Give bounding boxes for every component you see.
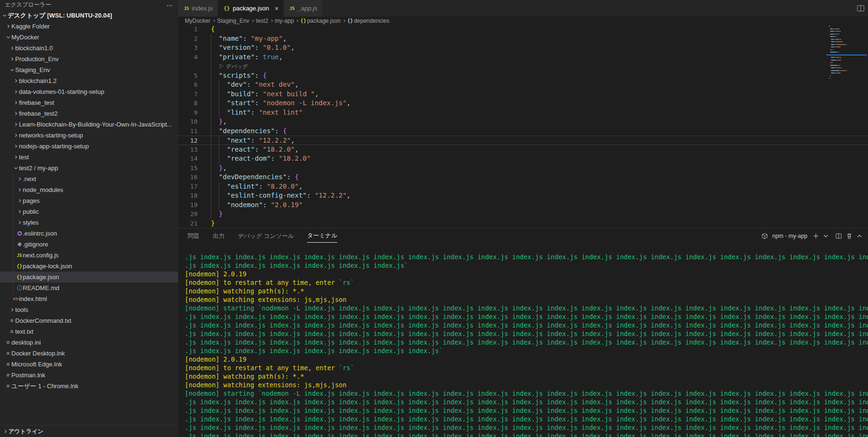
tree-item-package-lock.json[interactable]: {}package-lock.json bbox=[0, 261, 178, 272]
panel-tab-item[interactable]: 問題 bbox=[188, 229, 199, 243]
tree-item-firebase-test2[interactable]: firebase_test2 bbox=[0, 108, 178, 119]
breadcrumb-item[interactable]: Staging_Env bbox=[217, 18, 249, 24]
editor-line-20[interactable]: 20 } bbox=[178, 209, 868, 219]
tree-item-readme.md[interactable]: iREADME.md bbox=[0, 282, 178, 293]
tree-item-docker-desktop.lnk[interactable]: ≡Docker Desktop.lnk bbox=[0, 348, 178, 359]
panel-tab-item[interactable]: デバッグ コンソール bbox=[238, 229, 294, 243]
editor-line-9[interactable]: 9 "lint": "next lint" bbox=[178, 108, 868, 118]
codelens-row[interactable]: ▷ デバッグ bbox=[204, 62, 868, 71]
code-line[interactable]: "version": "0.1.0", bbox=[204, 43, 868, 53]
terminal-session-label[interactable]: npm - my-app bbox=[772, 233, 807, 239]
code-line[interactable]: "scripts": { bbox=[204, 71, 868, 81]
tree-item-.gitignore[interactable]: .gitignore bbox=[0, 239, 178, 250]
tree-item-learn-blockchain-by-building-your-own-in-javascript...[interactable]: Learn-Blockchain-By-Building-Your-Own-In… bbox=[0, 119, 178, 130]
breadcrumb-item[interactable]: test2 bbox=[256, 18, 268, 24]
tree-item-kaggle-folder[interactable]: Kaggle Folder bbox=[0, 21, 178, 32]
editor-line-13[interactable]: 13 "react": "18.2.0", bbox=[178, 145, 868, 155]
editor-line-19[interactable]: 19 "nodemon": "2.0.19" bbox=[178, 200, 868, 210]
breadcrumb-item[interactable]: {}dependencies bbox=[347, 18, 389, 24]
code-line[interactable]: } bbox=[204, 209, 868, 219]
editor-line-17[interactable]: 17 "eslint": "8.20.0", bbox=[178, 182, 868, 191]
terminal-output[interactable]: .js index.js index.js index.js index.js … bbox=[178, 243, 868, 437]
editor-line-7[interactable]: 7 "build": "next build ", bbox=[178, 90, 868, 99]
code-line[interactable]: "private": true, bbox=[204, 53, 868, 62]
tree-item-mydocker[interactable]: MyDocker bbox=[0, 32, 178, 43]
code-line[interactable]: "dependencies": { bbox=[204, 127, 868, 136]
code-line[interactable]: "lint": "next lint" bbox=[204, 108, 868, 118]
code-line[interactable]: { bbox=[204, 25, 868, 34]
tree-item-desktop.ini[interactable]: ≡desktop.ini bbox=[0, 337, 178, 348]
split-pane-icon[interactable] bbox=[835, 233, 842, 239]
code-line[interactable]: }, bbox=[204, 164, 868, 173]
close-icon[interactable]: × bbox=[275, 6, 279, 11]
code-line[interactable]: "next": "12.2.2", bbox=[204, 136, 868, 145]
code-line[interactable]: "eslint-config-next": "12.2.2", bbox=[204, 191, 868, 200]
tree-item--wsl-ubuntu-20.04-[interactable]: デスクトップ [WSL: UBUNTU-20.04] bbox=[0, 10, 178, 21]
tab-package.json[interactable]: {}package.json× bbox=[218, 0, 284, 17]
tree-item-staging-env[interactable]: Staging_Env bbox=[0, 64, 178, 75]
code-line[interactable]: "nodemon": "2.0.19" bbox=[204, 200, 868, 210]
code-line[interactable]: }, bbox=[204, 117, 868, 127]
outline-section[interactable]: アウトライン bbox=[0, 425, 178, 437]
editor-line-10[interactable]: 10 }, bbox=[178, 117, 868, 127]
editor-line-15[interactable]: 15 }, bbox=[178, 164, 868, 173]
tree-item-networks-starting-setup[interactable]: networks-starting-setup bbox=[0, 130, 178, 141]
tree-item-production-env[interactable]: Production_Env bbox=[0, 54, 178, 64]
breadcrumb-item[interactable]: my-app bbox=[275, 18, 294, 24]
code-line[interactable]: "name": "my-app", bbox=[204, 34, 868, 44]
tab--app.js[interactable]: JS_app.js bbox=[284, 0, 323, 17]
editor-line-1[interactable]: 1{ bbox=[178, 25, 868, 34]
more-actions-icon[interactable]: ⋯ bbox=[166, 3, 173, 8]
editor-line-12[interactable]: 12 "next": "12.2.2", bbox=[178, 136, 868, 145]
tree-item-test[interactable]: test bbox=[0, 152, 178, 163]
tree-item-blockchain1.0[interactable]: blockchain1.0 bbox=[0, 43, 178, 54]
tree-item-index.html[interactable]: <>index.html bbox=[0, 293, 178, 304]
panel-tab-terminal-active[interactable]: ターミナル bbox=[307, 229, 337, 243]
tree-item-.next[interactable]: .next bbox=[0, 173, 178, 184]
code-editor[interactable]: 1{2 "name": "my-app",3 "version": "0.1.0… bbox=[178, 25, 868, 228]
tree-item--1---chrome.lnk[interactable]: ≡ユーザー 1 - Chrome.lnk bbox=[0, 381, 178, 391]
code-line[interactable]: } bbox=[204, 219, 868, 228]
editor-line-16[interactable]: 16 "devDependencies": { bbox=[178, 173, 868, 182]
tree-item-next.config.js[interactable]: JSnext.config.js bbox=[0, 250, 178, 261]
tree-item-package.json[interactable]: {}package.json bbox=[0, 272, 178, 282]
tree-item-text.txt[interactable]: ≡text.txt bbox=[0, 326, 178, 337]
debug-codelens[interactable]: ▷ デバッグ bbox=[211, 64, 248, 69]
maximize-chevron-up-icon[interactable] bbox=[857, 234, 862, 238]
new-terminal-plus-icon[interactable] bbox=[813, 233, 819, 239]
tree-item-blockchain1.2[interactable]: blockchain1.2 bbox=[0, 75, 178, 86]
tree-item-nodejs-app-starting-setup[interactable]: nodejs-app-starting-setup bbox=[0, 141, 178, 152]
code-line[interactable]: "eslint": "8.20.0", bbox=[204, 182, 868, 191]
editor-line-4[interactable]: 4 "private": true, bbox=[178, 53, 868, 62]
tree-item-.eslintrc.json[interactable]: .eslintrc.json bbox=[0, 228, 178, 239]
editor-line-6[interactable]: 6 "dev": "next dev", bbox=[178, 80, 868, 90]
editor-line-5[interactable]: 5 "scripts": { bbox=[178, 71, 868, 81]
editor-line-14[interactable]: 14 "react-dom": "18.2.0" bbox=[178, 154, 868, 164]
editor-line-3[interactable]: 3 "version": "0.1.0", bbox=[178, 43, 868, 53]
code-line[interactable]: "react": "18.2.0", bbox=[204, 145, 868, 155]
tab-index.js[interactable]: JSindex.js bbox=[178, 0, 218, 17]
editor-line-8[interactable]: 8 "start": "nodemon -L index.js", bbox=[178, 99, 868, 108]
editor-line-2[interactable]: 2 "name": "my-app", bbox=[178, 34, 868, 44]
split-editor-icon[interactable] bbox=[857, 5, 864, 11]
tree-item-styles[interactable]: styles bbox=[0, 217, 178, 228]
breadcrumb-item[interactable]: MyDocker bbox=[185, 18, 210, 24]
minimap[interactable] bbox=[828, 26, 867, 87]
trash-icon[interactable] bbox=[846, 233, 852, 239]
tree-item-dockercommand.txt[interactable]: ≡DockerCommand.txt bbox=[0, 315, 178, 326]
tree-item-data-volumes-01-starting-setup[interactable]: data-volumes-01-starting-setup bbox=[0, 86, 178, 97]
code-line[interactable]: "dev": "next dev", bbox=[204, 80, 868, 90]
tree-item-firebase-test[interactable]: firebase_test bbox=[0, 97, 178, 108]
tree-item-pages[interactable]: pages bbox=[0, 195, 178, 206]
code-line[interactable]: "start": "nodemon -L index.js", bbox=[204, 99, 868, 108]
breadcrumb-item[interactable]: {}package.json bbox=[300, 18, 341, 24]
code-line[interactable]: "devDependencies": { bbox=[204, 173, 868, 182]
tree-item-public[interactable]: public bbox=[0, 206, 178, 217]
tree-item-postman.lnk[interactable]: ≡Postman.lnk bbox=[0, 370, 178, 381]
code-line[interactable]: "react-dom": "18.2.0" bbox=[204, 154, 868, 164]
tree-item-test2-my-app[interactable]: test2 / my-app bbox=[0, 163, 178, 173]
tree-item-tools[interactable]: tools bbox=[0, 304, 178, 315]
code-line[interactable]: "build": "next build ", bbox=[204, 90, 868, 99]
panel-tab-item[interactable]: 出力 bbox=[213, 229, 225, 243]
editor-line-18[interactable]: 18 "eslint-config-next": "12.2.2", bbox=[178, 191, 868, 200]
